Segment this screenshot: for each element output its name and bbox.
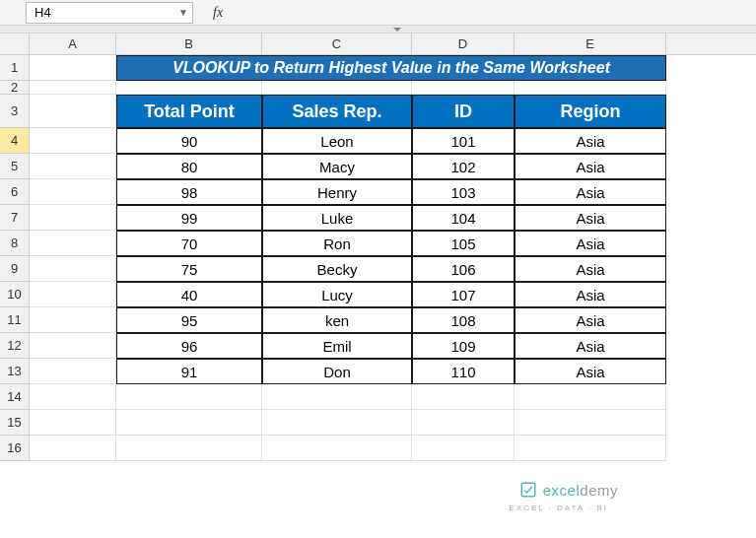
cell-d7[interactable]: 104: [412, 205, 515, 231]
cell-b10[interactable]: 40: [116, 282, 262, 307]
cell-e12[interactable]: Asia: [515, 333, 666, 359]
cell-a15[interactable]: [30, 410, 116, 436]
cell-c14[interactable]: [262, 384, 412, 410]
col-header-e[interactable]: E: [515, 34, 666, 54]
cell-d5[interactable]: 102: [412, 154, 515, 179]
row-header-3[interactable]: 3: [0, 95, 30, 128]
cell-e4[interactable]: Asia: [515, 128, 666, 154]
cell-c13[interactable]: Don: [262, 359, 412, 384]
row-header-5[interactable]: 5: [0, 154, 30, 179]
cell-e2[interactable]: [515, 81, 666, 95]
row-header-1[interactable]: 1: [0, 55, 30, 81]
cell-c6[interactable]: Henry: [262, 179, 412, 205]
cell-a13[interactable]: [30, 359, 116, 384]
header-total-point[interactable]: Total Point: [116, 95, 262, 128]
cell-d8[interactable]: 105: [412, 231, 515, 256]
cell-e11[interactable]: Asia: [515, 307, 666, 333]
cell-e5[interactable]: Asia: [515, 154, 666, 179]
cell-a5[interactable]: [30, 154, 116, 179]
cell-b7[interactable]: 99: [116, 205, 262, 231]
header-region[interactable]: Region: [515, 95, 666, 128]
cell-a7[interactable]: [30, 205, 116, 231]
row-header-8[interactable]: 8: [0, 231, 30, 256]
fx-icon[interactable]: fx: [213, 5, 223, 21]
cell-c8[interactable]: Ron: [262, 231, 412, 256]
cell-c9[interactable]: Becky: [262, 256, 412, 282]
cell-b5[interactable]: 80: [116, 154, 262, 179]
cell-b6[interactable]: 98: [116, 179, 262, 205]
cell-b12[interactable]: 96: [116, 333, 262, 359]
cell-a8[interactable]: [30, 231, 116, 256]
cell-d16[interactable]: [412, 436, 515, 461]
cell-d4[interactable]: 101: [412, 128, 515, 154]
cell-c5[interactable]: Macy: [262, 154, 412, 179]
row-header-12[interactable]: 12: [0, 333, 30, 359]
cell-a1[interactable]: [30, 55, 116, 81]
row-header-14[interactable]: 14: [0, 384, 30, 410]
cell-a4[interactable]: [30, 128, 116, 154]
cell-b9[interactable]: 75: [116, 256, 262, 282]
cell-c7[interactable]: Luke: [262, 205, 412, 231]
cell-d10[interactable]: 107: [412, 282, 515, 307]
cell-c11[interactable]: ken: [262, 307, 412, 333]
cell-d11[interactable]: 108: [412, 307, 515, 333]
row-header-15[interactable]: 15: [0, 410, 30, 436]
row-header-11[interactable]: 11: [0, 307, 30, 333]
col-header-d[interactable]: D: [412, 34, 515, 54]
row-header-7[interactable]: 7: [0, 205, 30, 231]
cell-b16[interactable]: [116, 436, 262, 461]
cell-e16[interactable]: [515, 436, 666, 461]
cell-d15[interactable]: [412, 410, 515, 436]
cell-d12[interactable]: 109: [412, 333, 515, 359]
cell-b15[interactable]: [116, 410, 262, 436]
cell-a6[interactable]: [30, 179, 116, 205]
row-header-6[interactable]: 6: [0, 179, 30, 205]
cell-c4[interactable]: Leon: [262, 128, 412, 154]
row-header-10[interactable]: 10: [0, 282, 30, 307]
row-header-13[interactable]: 13: [0, 359, 30, 384]
cell-a14[interactable]: [30, 384, 116, 410]
cell-c16[interactable]: [262, 436, 412, 461]
cell-c12[interactable]: Emil: [262, 333, 412, 359]
header-id[interactable]: ID: [412, 95, 515, 128]
cell-a2[interactable]: [30, 81, 116, 95]
cell-a12[interactable]: [30, 333, 116, 359]
cell-a9[interactable]: [30, 256, 116, 282]
row-header-9[interactable]: 9: [0, 256, 30, 282]
cell-e7[interactable]: Asia: [515, 205, 666, 231]
cell-e10[interactable]: Asia: [515, 282, 666, 307]
name-box[interactable]: H4 ▼: [26, 2, 193, 24]
header-sales-rep[interactable]: Sales Rep.: [262, 95, 412, 128]
select-all-corner[interactable]: [0, 34, 30, 55]
cell-a11[interactable]: [30, 307, 116, 333]
cell-d9[interactable]: 106: [412, 256, 515, 282]
cell-c10[interactable]: Lucy: [262, 282, 412, 307]
cell-d14[interactable]: [412, 384, 515, 410]
cell-e15[interactable]: [515, 410, 666, 436]
col-header-a[interactable]: A: [30, 34, 116, 54]
cell-a16[interactable]: [30, 436, 116, 461]
cell-b2[interactable]: [116, 81, 262, 95]
cell-e13[interactable]: Asia: [515, 359, 666, 384]
cell-a10[interactable]: [30, 282, 116, 307]
cell-b14[interactable]: [116, 384, 262, 410]
cell-e6[interactable]: Asia: [515, 179, 666, 205]
cell-e14[interactable]: [515, 384, 666, 410]
row-header-4[interactable]: 4: [0, 128, 30, 154]
chevron-down-icon[interactable]: ▼: [178, 7, 188, 18]
cell-b13[interactable]: 91: [116, 359, 262, 384]
cell-b4[interactable]: 90: [116, 128, 262, 154]
col-header-c[interactable]: C: [262, 34, 412, 54]
cell-b8[interactable]: 70: [116, 231, 262, 256]
cell-d6[interactable]: 103: [412, 179, 515, 205]
cell-d2[interactable]: [412, 81, 515, 95]
cell-c15[interactable]: [262, 410, 412, 436]
cell-b11[interactable]: 95: [116, 307, 262, 333]
cell-a3[interactable]: [30, 95, 116, 128]
row-header-16[interactable]: 16: [0, 436, 30, 461]
col-header-b[interactable]: B: [116, 34, 262, 54]
formula-bar-expand[interactable]: [0, 26, 756, 34]
formula-input[interactable]: [231, 3, 397, 23]
cell-c2[interactable]: [262, 81, 412, 95]
cell-d13[interactable]: 110: [412, 359, 515, 384]
